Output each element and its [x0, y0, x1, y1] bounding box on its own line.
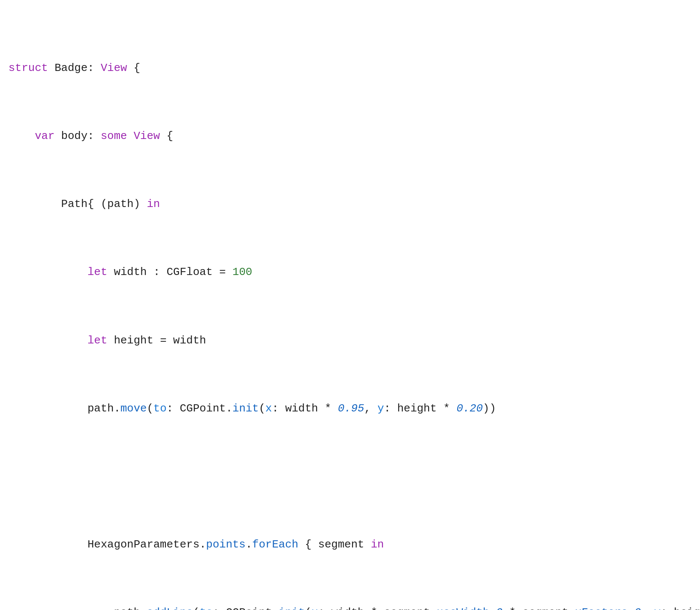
code-line-7 — [8, 468, 692, 485]
code-section: struct Badge: View { var body: some View… — [0, 0, 700, 610]
code-line-6: path.move(to: CGPoint.init(x: width * 0.… — [8, 400, 692, 417]
code-line-9: path.addLine(to: CGPoint.init(x: width *… — [8, 604, 692, 610]
code-line-5: let height = width — [8, 332, 692, 349]
code-line-1: struct Badge: View { — [8, 60, 692, 76]
code-line-8: HexagonParameters.points.forEach { segme… — [8, 536, 692, 553]
code-line-3: Path{ (path) in — [8, 196, 692, 212]
code-line-4: let width : CGFloat = 100 — [8, 264, 692, 280]
code-block: struct Badge: View { var body: some View… — [8, 8, 692, 610]
code-line-2: var body: some View { — [8, 128, 692, 144]
